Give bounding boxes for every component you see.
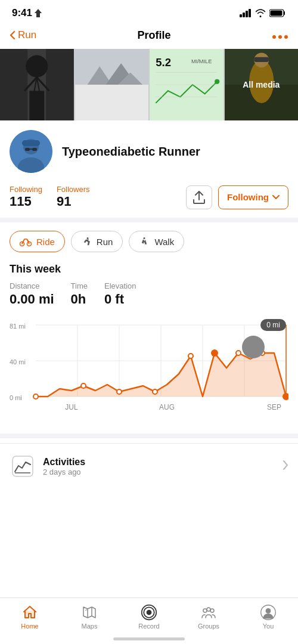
x-label-jul: JUL xyxy=(65,403,78,411)
svg-text:MI/MILE: MI/MILE xyxy=(191,58,212,64)
activities-icon xyxy=(11,455,34,478)
status-bar: 9:41 xyxy=(0,0,298,23)
time-value: 0h xyxy=(71,292,88,307)
following-count: 115 xyxy=(10,194,42,209)
tab-bar-groups[interactable]: Groups xyxy=(179,604,238,630)
wifi-icon xyxy=(255,9,266,17)
section-divider-1 xyxy=(0,218,298,222)
media-photo-1 xyxy=(0,49,74,120)
signal-icon xyxy=(240,9,252,17)
tab-bar-maps[interactable]: Maps xyxy=(60,604,119,630)
you-label: You xyxy=(263,623,274,630)
svg-point-25 xyxy=(215,79,219,84)
location-icon xyxy=(35,9,42,17)
distance-metric: Distance 0.00 mi xyxy=(10,281,54,307)
svg-text:5.2: 5.2 xyxy=(156,56,171,69)
followers-count: 91 xyxy=(57,194,90,209)
media-item-1[interactable] xyxy=(0,49,74,120)
week-title: This week xyxy=(10,263,288,275)
activities-chevron xyxy=(283,460,288,473)
bike-icon xyxy=(20,237,32,246)
time-label: Time xyxy=(71,281,88,290)
run-icon xyxy=(81,236,92,247)
status-time: 9:41 xyxy=(12,7,42,19)
more-button[interactable] xyxy=(272,27,288,43)
svg-rect-18 xyxy=(75,85,149,120)
svg-point-55 xyxy=(117,389,122,394)
week-section: This week Distance 0.00 mi Time 0h Eleva… xyxy=(0,261,298,307)
metrics-row: Distance 0.00 mi Time 0h Elevation 0 ft xyxy=(10,281,288,307)
tab-run[interactable]: Run xyxy=(71,231,123,252)
media-item-2[interactable] xyxy=(75,49,149,120)
following-stat[interactable]: Following 115 xyxy=(10,185,42,209)
chevron-down-icon xyxy=(272,195,280,200)
activities-section[interactable]: Activities 2 days ago xyxy=(0,443,298,489)
home-label: Home xyxy=(21,623,38,630)
svg-point-54 xyxy=(81,383,86,388)
svg-rect-16 xyxy=(29,91,44,120)
followers-stat[interactable]: Followers 91 xyxy=(57,185,90,209)
battery-icon xyxy=(269,9,286,17)
maps-icon xyxy=(81,604,98,621)
y-label-40: 40 mi xyxy=(10,358,26,366)
page-title: Profile xyxy=(138,29,171,42)
media-item-4[interactable]: All media xyxy=(225,49,299,120)
nav-header: Run Profile xyxy=(0,23,298,49)
maps-label: Maps xyxy=(82,623,98,630)
elevation-value: 0 ft xyxy=(104,292,136,307)
profile-name: Typeonediabetic Runner xyxy=(62,144,200,159)
activities-title: Activities xyxy=(43,457,85,467)
chart-tooltip: 0 mi xyxy=(260,319,286,331)
avatar-image xyxy=(10,130,52,173)
svg-rect-0 xyxy=(240,14,242,17)
svg-point-73 xyxy=(207,608,210,611)
all-media-overlay[interactable]: All media xyxy=(225,49,299,120)
record-label: Record xyxy=(138,623,159,630)
media-photo-2 xyxy=(75,49,149,120)
followers-label: Followers xyxy=(57,185,90,194)
following-label: Following xyxy=(10,185,42,194)
svg-point-71 xyxy=(203,609,207,612)
action-buttons: Following xyxy=(186,185,288,209)
tab-ride[interactable]: Ride xyxy=(10,231,65,252)
time-metric: Time 0h xyxy=(71,281,88,307)
svg-rect-2 xyxy=(246,11,248,17)
tab-bar-you[interactable]: You xyxy=(238,604,298,630)
svg-point-53 xyxy=(33,394,38,399)
distance-label: Distance xyxy=(10,281,54,290)
groups-label: Groups xyxy=(198,623,219,630)
tab-walk[interactable]: Walk xyxy=(129,231,184,252)
svg-rect-1 xyxy=(243,13,245,17)
svg-point-75 xyxy=(266,608,271,614)
more-icon xyxy=(272,35,288,39)
svg-point-72 xyxy=(210,609,214,612)
svg-point-59 xyxy=(236,351,241,355)
elevation-label: Elevation xyxy=(104,281,136,290)
activities-icon-box xyxy=(10,453,36,479)
you-icon xyxy=(260,604,277,621)
activities-subtitle: 2 days ago xyxy=(43,467,85,476)
svg-point-58 xyxy=(211,349,218,357)
y-label-0: 0 mi xyxy=(10,394,22,401)
svg-point-6 xyxy=(272,35,276,39)
distance-value: 0.00 mi xyxy=(10,292,54,307)
following-button[interactable]: Following xyxy=(218,185,288,209)
back-button[interactable]: Run xyxy=(10,29,36,41)
share-button[interactable] xyxy=(186,185,212,209)
svg-rect-5 xyxy=(271,11,283,16)
activities-text: Activities 2 days ago xyxy=(43,457,85,476)
tab-bar-record[interactable]: Record xyxy=(119,604,179,630)
elevation-metric: Elevation 0 ft xyxy=(104,281,136,307)
svg-rect-38 xyxy=(22,140,40,146)
activity-tabs: Ride Run Walk xyxy=(0,222,298,261)
tab-bar-home[interactable]: Home xyxy=(0,604,60,630)
record-icon xyxy=(141,604,157,621)
home-indicator xyxy=(113,637,185,640)
media-item-3[interactable]: 5.2 MI/MILE xyxy=(150,49,224,120)
svg-rect-40 xyxy=(32,148,37,151)
profile-section: Typeonediabetic Runner xyxy=(0,120,298,178)
svg-point-56 xyxy=(153,389,157,394)
avatar xyxy=(10,130,52,173)
walk-icon xyxy=(139,236,150,247)
x-label-sep: SEP xyxy=(267,403,281,411)
